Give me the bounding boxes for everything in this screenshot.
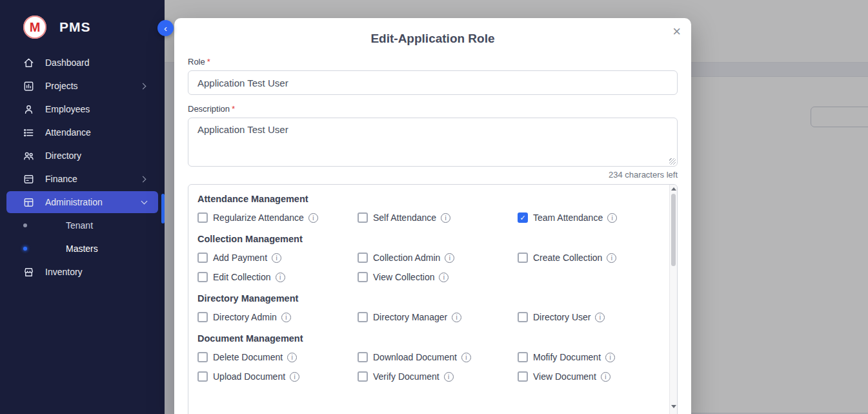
checkbox[interactable]: ✓ [518,212,528,223]
sidebar-item-inventory[interactable]: Inventory [0,260,165,284]
logo: M PMS [0,0,165,39]
textarea-resize-handle[interactable] [669,158,676,165]
home-icon [22,56,35,69]
scrollbar-track[interactable] [669,185,677,414]
permission-self-attendance[interactable]: Self Attendancei [358,211,518,225]
permission-label: View Collection [373,272,434,282]
info-icon[interactable]: i [290,372,299,382]
sidebar-item-attendance[interactable]: Attendance [0,121,165,144]
bullet-icon [23,247,27,251]
checkbox[interactable] [197,272,208,282]
permission-regularize-attendance[interactable]: Regularize Attendancei [197,211,358,225]
sidebar-item-tenant[interactable]: Tenant [0,214,165,237]
checkbox[interactable] [518,371,528,382]
chevron-down-icon [141,198,148,205]
info-icon[interactable]: i [595,313,605,322]
sidebar-item-administration[interactable]: Administration [6,191,158,213]
info-icon[interactable]: i [461,353,471,362]
permissions-panel: Attendance ManagementRegularize Attendan… [188,184,678,414]
info-icon[interactable]: i [605,353,615,362]
sidebar-item-label: Tenant [66,220,93,231]
checkbox[interactable] [197,253,208,263]
description-textarea[interactable]: Application Test User [188,118,678,167]
info-icon[interactable]: i [607,253,616,263]
info-icon[interactable]: i [439,273,449,282]
permission-section-title: Directory Management [197,293,661,304]
permission-label: Directory Manager [373,312,447,322]
info-icon[interactable]: i [287,353,297,362]
info-icon[interactable]: i [607,213,617,223]
app-title: PMS [59,19,91,35]
permissions-sections: Attendance ManagementRegularize Attendan… [188,185,669,414]
scroll-up-icon[interactable] [671,187,676,191]
checkbox[interactable] [358,212,368,223]
checkbox[interactable] [197,352,208,362]
sidebar-item-label: Dashboard [45,57,90,68]
info-icon[interactable]: i [272,253,281,263]
permission-create-collection[interactable]: Create Collectioni [518,251,661,265]
permission-collection-admin[interactable]: Collection Admini [358,251,518,265]
scrollbar-thumb[interactable] [671,194,676,266]
checkbox[interactable] [518,352,528,362]
sidebar-item-employees[interactable]: Employees [0,98,165,121]
modal-body: Role* Description* Application Test User… [174,46,691,414]
info-icon[interactable]: i [281,313,291,322]
sidebar-item-label: Directory [45,150,81,161]
permission-grid: Add PaymentiCollection AdminiCreate Coll… [197,251,661,284]
sidebar-item-projects[interactable]: Projects [0,74,165,98]
permission-delete-document[interactable]: Delete Documenti [197,350,358,364]
checkbox[interactable] [358,352,368,362]
edit-application-role-modal: Edit-Application Role × Role* Descriptio… [174,18,691,414]
permission-team-attendance[interactable]: ✓Team Attendancei [518,211,661,225]
chevron-left-icon: ‹ [164,23,167,34]
checkbox[interactable] [197,371,208,382]
checkbox[interactable] [358,272,368,282]
permission-verify-document[interactable]: Verify Documenti [358,369,518,384]
permission-directory-admin[interactable]: Directory Admini [197,310,358,324]
permission-section-title: Attendance Management [197,194,661,204]
sidebar-item-finance[interactable]: Finance [0,167,165,191]
chevron-right-icon [140,176,146,182]
permission-view-collection[interactable]: View Collectioni [358,270,518,284]
info-icon[interactable]: i [444,372,454,382]
finance-icon [22,172,35,185]
sidebar-item-label: Employees [45,104,90,114]
permission-edit-collection[interactable]: Edit Collectioni [197,270,358,284]
info-icon[interactable]: i [308,213,318,223]
scroll-down-icon[interactable] [671,405,676,408]
permission-label: Verify Document [373,371,439,382]
info-icon[interactable]: i [445,253,454,263]
checkbox[interactable] [358,371,368,382]
permission-mofify-document[interactable]: Mofify Documenti [518,350,661,364]
checkbox[interactable] [197,312,208,322]
permission-directory-user[interactable]: Directory Useri [518,310,661,324]
modal-title: Edit-Application Role [174,32,691,46]
permission-upload-document[interactable]: Upload Documenti [197,369,358,384]
permission-section-title: Document Management [197,333,661,344]
permission-view-document[interactable]: View Documenti [518,369,661,384]
required-asterisk: * [232,104,235,114]
info-icon[interactable]: i [601,372,611,382]
permission-directory-manager[interactable]: Directory Manageri [358,310,518,324]
description-label: Description* [188,104,678,114]
sidebar-item-directory[interactable]: Directory [0,144,165,167]
checkbox[interactable] [518,312,528,322]
info-icon[interactable]: i [441,213,450,223]
permission-download-document[interactable]: Download Documenti [358,350,518,364]
info-icon[interactable]: i [452,313,461,322]
info-icon[interactable]: i [276,273,285,282]
sidebar-item-label: Attendance [45,127,91,138]
role-input[interactable] [188,70,678,95]
checkbox[interactable] [358,253,368,263]
checkbox[interactable] [518,253,528,263]
checkbox[interactable] [358,312,368,322]
permission-label: View Document [533,371,596,382]
sidebar-item-label: Inventory [45,267,83,277]
sidebar-item-masters[interactable]: Masters [0,237,165,260]
sidebar-item-dashboard[interactable]: Dashboard [0,51,165,74]
checkbox[interactable] [197,212,208,223]
sidebar-item-label: Masters [66,243,98,254]
sidebar-collapse-button[interactable]: ‹ [157,20,174,36]
close-icon[interactable]: × [672,25,681,39]
permission-add-payment[interactable]: Add Paymenti [197,251,358,265]
